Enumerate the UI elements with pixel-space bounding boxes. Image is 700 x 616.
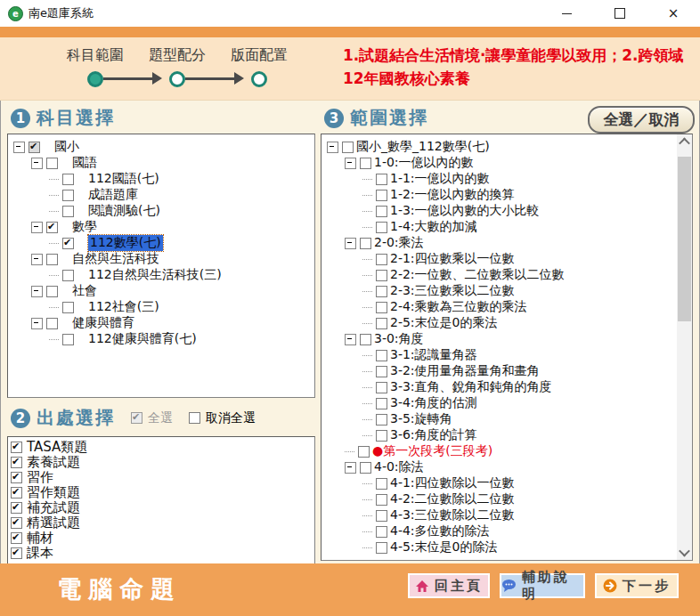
tree-node[interactable]: 4-4:多位數的除法 <box>322 523 677 539</box>
tree-node[interactable]: 數學 <box>8 219 314 235</box>
checkbox[interactable] <box>376 414 387 426</box>
tree-node[interactable]: 2-0:乘法 <box>322 235 677 251</box>
checkbox[interactable] <box>376 254 387 265</box>
tree-node[interactable]: 2-2:一位數、二位數乘以二位數 <box>322 267 677 283</box>
source-item[interactable]: TASA類題 <box>11 440 314 455</box>
tree-node[interactable]: 3-1:認識量角器 <box>322 347 677 363</box>
checkbox[interactable] <box>11 442 22 453</box>
tree-node[interactable]: 4-3:三位數除以二位數 <box>322 507 677 523</box>
tree-node[interactable]: 國小_數學_112數學(七) <box>322 139 677 155</box>
expand-collapse-icon[interactable] <box>345 238 356 249</box>
deselect-all-checkbox[interactable]: 取消全選 <box>189 410 256 426</box>
checkbox[interactable] <box>62 334 74 345</box>
checkbox[interactable] <box>376 382 387 393</box>
checkbox[interactable] <box>62 302 74 313</box>
checkbox[interactable] <box>376 526 387 538</box>
expand-collapse-icon[interactable] <box>345 334 356 345</box>
tree-node[interactable]: 112自然與生活科技(三) <box>8 267 314 283</box>
scrollbar[interactable] <box>677 134 692 560</box>
tree-node[interactable]: 自然與生活科技 <box>8 251 314 267</box>
tree-node[interactable]: 3-0:角度 <box>322 331 677 347</box>
tree-node[interactable]: 4-1:四位數除以一位數 <box>322 475 677 491</box>
expand-collapse-icon[interactable] <box>327 142 338 153</box>
checkbox[interactable] <box>62 238 74 249</box>
tree-node[interactable]: 成語題庫 <box>8 187 314 203</box>
tree-node[interactable]: 3-3:直角、銳角和鈍角的角度 <box>322 379 677 395</box>
source-item[interactable]: 習作類題 <box>11 485 314 500</box>
tree-node[interactable]: 2-1:四位數乘以一位數 <box>322 251 677 267</box>
tree-node[interactable]: 3-4:角度的估測 <box>322 395 677 411</box>
checkbox[interactable] <box>46 158 58 169</box>
source-item[interactable]: 輔材 <box>11 531 314 546</box>
checkbox[interactable] <box>11 532 22 544</box>
checkbox[interactable] <box>376 286 387 297</box>
checkbox[interactable] <box>376 398 387 409</box>
checkbox[interactable] <box>46 318 58 329</box>
expand-collapse-icon[interactable] <box>345 462 356 474</box>
checkbox[interactable] <box>360 158 371 169</box>
source-item[interactable]: 素養試題 <box>11 455 314 470</box>
tree-node[interactable]: 1-0:一億以內的數 <box>322 155 677 171</box>
tree-node[interactable]: 2-4:乘數為三位數的乘法 <box>322 299 677 315</box>
checkbox[interactable] <box>11 517 22 529</box>
tree-node[interactable]: 閱讀測驗(七) <box>8 203 314 219</box>
tree-node[interactable]: 3-2:使用量角器量角和畫角 <box>322 363 677 379</box>
tree-node[interactable]: 1-4:大數的加減 <box>322 219 677 235</box>
tree-node[interactable]: 112社會(三) <box>8 299 314 315</box>
checkbox[interactable] <box>376 494 387 506</box>
checkbox[interactable] <box>342 142 354 153</box>
tree-node[interactable]: 112國語(七) <box>8 171 314 187</box>
source-item[interactable]: 課本 <box>11 546 314 561</box>
checkbox[interactable] <box>376 350 387 361</box>
checkbox[interactable] <box>360 334 371 345</box>
close-button[interactable]: × <box>647 0 700 27</box>
checkbox[interactable] <box>376 478 387 490</box>
tree-node[interactable]: ●第一次段考(三段考) <box>322 443 677 459</box>
checkbox[interactable] <box>376 302 387 313</box>
home-button[interactable]: 回主頁 <box>408 573 490 598</box>
checkbox[interactable] <box>11 472 22 483</box>
expand-collapse-icon[interactable] <box>31 286 43 297</box>
tree-node[interactable]: 4-5:末位是0的除法 <box>322 539 677 555</box>
expand-collapse-icon[interactable] <box>31 254 43 265</box>
help-button[interactable]: 輔助說明 <box>500 573 585 598</box>
tree-node[interactable]: 2-3:三位數乘以二位數 <box>322 283 677 299</box>
expand-collapse-icon[interactable] <box>13 142 25 153</box>
expand-collapse-icon[interactable] <box>31 158 43 169</box>
checkbox[interactable] <box>11 502 22 514</box>
checkbox[interactable] <box>360 462 371 474</box>
tree-node[interactable]: 社會 <box>8 283 314 299</box>
expand-collapse-icon[interactable] <box>31 222 43 233</box>
tree-node[interactable]: 1-3:一億以內數的大小比較 <box>322 203 677 219</box>
tree-node[interactable]: 健康與體育 <box>8 315 314 331</box>
tree-node[interactable]: 112健康與體育(七) <box>8 331 314 347</box>
source-item[interactable]: 習作 <box>11 470 314 485</box>
tree-node[interactable]: 3-5:旋轉角 <box>322 411 677 427</box>
checkbox[interactable] <box>376 318 387 329</box>
tree-node[interactable]: 4-0:除法 <box>322 459 677 475</box>
scroll-down-button[interactable] <box>677 545 692 560</box>
tree-node[interactable]: 2-5:末位是0的乘法 <box>322 315 677 331</box>
checkbox[interactable] <box>11 547 22 559</box>
tree-node[interactable]: 4-2:二位數除以二位數 <box>322 491 677 507</box>
checkbox[interactable] <box>11 457 22 468</box>
checkbox[interactable] <box>376 430 387 442</box>
checkbox[interactable] <box>62 190 74 201</box>
source-item[interactable]: 補充試題 <box>11 500 314 515</box>
checkbox[interactable] <box>376 366 387 377</box>
checkbox[interactable] <box>46 286 58 297</box>
tree-node[interactable]: 1-2:一億以內數的換算 <box>322 187 677 203</box>
minimize-button[interactable] <box>540 0 593 27</box>
checkbox[interactable] <box>376 510 387 522</box>
checkbox[interactable] <box>62 206 74 217</box>
checkbox[interactable] <box>11 487 22 498</box>
source-item[interactable]: 精選試題 <box>11 515 314 531</box>
checkbox[interactable] <box>358 446 370 458</box>
tree-node[interactable]: 3-6:角度的計算 <box>322 427 677 443</box>
maximize-button[interactable] <box>593 0 647 27</box>
tree-node[interactable]: 國語 <box>8 155 314 171</box>
checkbox[interactable] <box>376 542 387 554</box>
scroll-up-button[interactable] <box>677 134 692 150</box>
tree-node[interactable]: 國小 <box>8 139 314 155</box>
checkbox[interactable] <box>360 238 371 249</box>
